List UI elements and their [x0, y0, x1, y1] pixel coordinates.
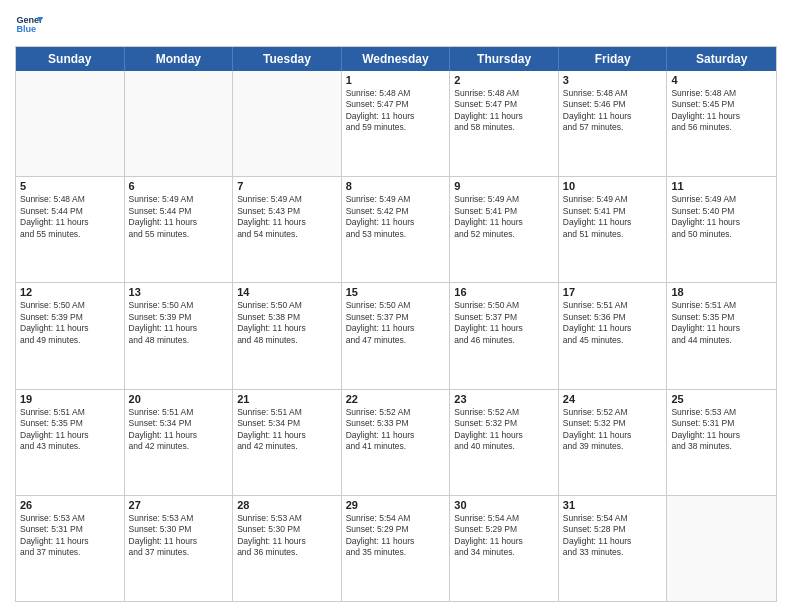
day-number: 31	[563, 499, 663, 511]
day-number: 20	[129, 393, 229, 405]
calendar-cell: 3Sunrise: 5:48 AM Sunset: 5:46 PM Daylig…	[559, 71, 668, 176]
day-info: Sunrise: 5:53 AM Sunset: 5:31 PM Dayligh…	[671, 407, 772, 453]
day-number: 21	[237, 393, 337, 405]
day-number: 9	[454, 180, 554, 192]
day-number: 17	[563, 286, 663, 298]
calendar-cell: 6Sunrise: 5:49 AM Sunset: 5:44 PM Daylig…	[125, 177, 234, 282]
day-number: 19	[20, 393, 120, 405]
weekday-header-sunday: Sunday	[16, 47, 125, 71]
day-number: 14	[237, 286, 337, 298]
calendar-cell: 5Sunrise: 5:48 AM Sunset: 5:44 PM Daylig…	[16, 177, 125, 282]
calendar-cell: 24Sunrise: 5:52 AM Sunset: 5:32 PM Dayli…	[559, 390, 668, 495]
day-info: Sunrise: 5:52 AM Sunset: 5:32 PM Dayligh…	[454, 407, 554, 453]
day-info: Sunrise: 5:51 AM Sunset: 5:34 PM Dayligh…	[237, 407, 337, 453]
day-number: 7	[237, 180, 337, 192]
day-number: 4	[671, 74, 772, 86]
calendar-cell	[233, 71, 342, 176]
calendar-cell: 18Sunrise: 5:51 AM Sunset: 5:35 PM Dayli…	[667, 283, 776, 388]
calendar-row-0: 1Sunrise: 5:48 AM Sunset: 5:47 PM Daylig…	[16, 71, 776, 176]
calendar-cell: 15Sunrise: 5:50 AM Sunset: 5:37 PM Dayli…	[342, 283, 451, 388]
day-number: 26	[20, 499, 120, 511]
calendar-cell	[667, 496, 776, 601]
calendar-cell: 31Sunrise: 5:54 AM Sunset: 5:28 PM Dayli…	[559, 496, 668, 601]
day-info: Sunrise: 5:54 AM Sunset: 5:29 PM Dayligh…	[346, 513, 446, 559]
day-number: 15	[346, 286, 446, 298]
calendar-cell: 10Sunrise: 5:49 AM Sunset: 5:41 PM Dayli…	[559, 177, 668, 282]
day-number: 13	[129, 286, 229, 298]
day-number: 25	[671, 393, 772, 405]
day-number: 29	[346, 499, 446, 511]
calendar: SundayMondayTuesdayWednesdayThursdayFrid…	[15, 46, 777, 602]
day-info: Sunrise: 5:51 AM Sunset: 5:35 PM Dayligh…	[671, 300, 772, 346]
day-info: Sunrise: 5:53 AM Sunset: 5:31 PM Dayligh…	[20, 513, 120, 559]
day-number: 3	[563, 74, 663, 86]
logo: General Blue	[15, 10, 43, 38]
day-number: 23	[454, 393, 554, 405]
day-number: 2	[454, 74, 554, 86]
calendar-cell: 19Sunrise: 5:51 AM Sunset: 5:35 PM Dayli…	[16, 390, 125, 495]
calendar-cell	[16, 71, 125, 176]
calendar-cell: 29Sunrise: 5:54 AM Sunset: 5:29 PM Dayli…	[342, 496, 451, 601]
day-number: 10	[563, 180, 663, 192]
calendar-body: 1Sunrise: 5:48 AM Sunset: 5:47 PM Daylig…	[16, 71, 776, 601]
calendar-cell: 9Sunrise: 5:49 AM Sunset: 5:41 PM Daylig…	[450, 177, 559, 282]
calendar-header: SundayMondayTuesdayWednesdayThursdayFrid…	[16, 47, 776, 71]
calendar-cell: 13Sunrise: 5:50 AM Sunset: 5:39 PM Dayli…	[125, 283, 234, 388]
day-info: Sunrise: 5:51 AM Sunset: 5:36 PM Dayligh…	[563, 300, 663, 346]
day-info: Sunrise: 5:49 AM Sunset: 5:43 PM Dayligh…	[237, 194, 337, 240]
header: General Blue	[15, 10, 777, 38]
day-number: 8	[346, 180, 446, 192]
day-info: Sunrise: 5:48 AM Sunset: 5:44 PM Dayligh…	[20, 194, 120, 240]
day-info: Sunrise: 5:48 AM Sunset: 5:45 PM Dayligh…	[671, 88, 772, 134]
day-number: 24	[563, 393, 663, 405]
day-number: 11	[671, 180, 772, 192]
svg-text:Blue: Blue	[16, 24, 36, 34]
calendar-cell	[125, 71, 234, 176]
day-info: Sunrise: 5:49 AM Sunset: 5:41 PM Dayligh…	[563, 194, 663, 240]
day-info: Sunrise: 5:54 AM Sunset: 5:29 PM Dayligh…	[454, 513, 554, 559]
calendar-cell: 21Sunrise: 5:51 AM Sunset: 5:34 PM Dayli…	[233, 390, 342, 495]
calendar-row-4: 26Sunrise: 5:53 AM Sunset: 5:31 PM Dayli…	[16, 495, 776, 601]
day-info: Sunrise: 5:51 AM Sunset: 5:34 PM Dayligh…	[129, 407, 229, 453]
page: General Blue SundayMondayTuesdayWednesda…	[0, 0, 792, 612]
day-number: 12	[20, 286, 120, 298]
calendar-cell: 12Sunrise: 5:50 AM Sunset: 5:39 PM Dayli…	[16, 283, 125, 388]
calendar-cell: 1Sunrise: 5:48 AM Sunset: 5:47 PM Daylig…	[342, 71, 451, 176]
day-number: 16	[454, 286, 554, 298]
calendar-row-2: 12Sunrise: 5:50 AM Sunset: 5:39 PM Dayli…	[16, 282, 776, 388]
calendar-cell: 2Sunrise: 5:48 AM Sunset: 5:47 PM Daylig…	[450, 71, 559, 176]
day-number: 30	[454, 499, 554, 511]
weekday-header-wednesday: Wednesday	[342, 47, 451, 71]
calendar-cell: 16Sunrise: 5:50 AM Sunset: 5:37 PM Dayli…	[450, 283, 559, 388]
day-info: Sunrise: 5:48 AM Sunset: 5:47 PM Dayligh…	[346, 88, 446, 134]
weekday-header-tuesday: Tuesday	[233, 47, 342, 71]
day-info: Sunrise: 5:50 AM Sunset: 5:37 PM Dayligh…	[454, 300, 554, 346]
calendar-cell: 30Sunrise: 5:54 AM Sunset: 5:29 PM Dayli…	[450, 496, 559, 601]
day-number: 28	[237, 499, 337, 511]
day-number: 5	[20, 180, 120, 192]
day-info: Sunrise: 5:49 AM Sunset: 5:44 PM Dayligh…	[129, 194, 229, 240]
day-number: 22	[346, 393, 446, 405]
day-info: Sunrise: 5:49 AM Sunset: 5:42 PM Dayligh…	[346, 194, 446, 240]
day-info: Sunrise: 5:49 AM Sunset: 5:40 PM Dayligh…	[671, 194, 772, 240]
calendar-row-3: 19Sunrise: 5:51 AM Sunset: 5:35 PM Dayli…	[16, 389, 776, 495]
weekday-header-thursday: Thursday	[450, 47, 559, 71]
day-number: 6	[129, 180, 229, 192]
logo-icon: General Blue	[15, 10, 43, 38]
day-info: Sunrise: 5:53 AM Sunset: 5:30 PM Dayligh…	[129, 513, 229, 559]
day-info: Sunrise: 5:54 AM Sunset: 5:28 PM Dayligh…	[563, 513, 663, 559]
day-number: 27	[129, 499, 229, 511]
day-info: Sunrise: 5:50 AM Sunset: 5:37 PM Dayligh…	[346, 300, 446, 346]
calendar-cell: 17Sunrise: 5:51 AM Sunset: 5:36 PM Dayli…	[559, 283, 668, 388]
calendar-cell: 25Sunrise: 5:53 AM Sunset: 5:31 PM Dayli…	[667, 390, 776, 495]
day-info: Sunrise: 5:52 AM Sunset: 5:32 PM Dayligh…	[563, 407, 663, 453]
calendar-cell: 4Sunrise: 5:48 AM Sunset: 5:45 PM Daylig…	[667, 71, 776, 176]
calendar-cell: 11Sunrise: 5:49 AM Sunset: 5:40 PM Dayli…	[667, 177, 776, 282]
calendar-cell: 27Sunrise: 5:53 AM Sunset: 5:30 PM Dayli…	[125, 496, 234, 601]
calendar-cell: 26Sunrise: 5:53 AM Sunset: 5:31 PM Dayli…	[16, 496, 125, 601]
calendar-cell: 28Sunrise: 5:53 AM Sunset: 5:30 PM Dayli…	[233, 496, 342, 601]
calendar-cell: 20Sunrise: 5:51 AM Sunset: 5:34 PM Dayli…	[125, 390, 234, 495]
day-number: 18	[671, 286, 772, 298]
day-info: Sunrise: 5:49 AM Sunset: 5:41 PM Dayligh…	[454, 194, 554, 240]
day-info: Sunrise: 5:53 AM Sunset: 5:30 PM Dayligh…	[237, 513, 337, 559]
